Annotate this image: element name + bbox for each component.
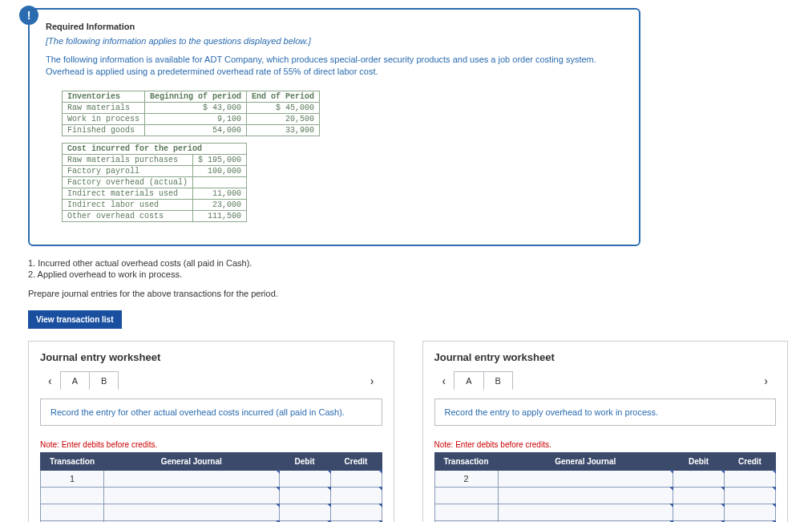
chevron-right-icon[interactable]: › bbox=[756, 371, 776, 390]
journal-grid: Transaction General Journal Debit Credit… bbox=[434, 452, 777, 522]
journal-worksheet-a: Journal entry worksheet ‹ A B › Record t… bbox=[28, 341, 394, 522]
chevron-right-icon[interactable]: › bbox=[362, 371, 382, 390]
inventories-table: Inventories Beginning of period End of P… bbox=[62, 91, 320, 136]
gj-cell[interactable] bbox=[104, 470, 280, 487]
required-subtitle: [The following information applies to th… bbox=[46, 36, 623, 46]
debits-note: Note: Enter debits before credits. bbox=[434, 440, 777, 449]
required-title: Required Information bbox=[46, 22, 623, 31]
info-icon: ! bbox=[19, 6, 38, 25]
debit-cell[interactable] bbox=[279, 470, 330, 487]
transaction-cell[interactable]: 1 bbox=[41, 470, 104, 487]
costs-table: Cost incurred for the period Raw materia… bbox=[62, 143, 247, 222]
required-info-box: ! Required Information [The following in… bbox=[28, 8, 640, 246]
gj-cell[interactable] bbox=[498, 470, 673, 487]
tab-b[interactable]: B bbox=[89, 371, 119, 390]
step-1: 1. Incurred other actual overhead costs … bbox=[28, 258, 605, 268]
journal-grid: Transaction General Journal Debit Credit… bbox=[40, 452, 382, 522]
worksheet-title: Journal entry worksheet bbox=[434, 351, 777, 363]
steps-list: 1. Incurred other actual overhead costs … bbox=[28, 258, 605, 279]
tab-a[interactable]: A bbox=[60, 371, 90, 390]
view-transaction-list-button[interactable]: View transaction list bbox=[28, 310, 122, 329]
transaction-cell[interactable]: 2 bbox=[434, 470, 498, 487]
step-2: 2. Applied overhead to work in process. bbox=[28, 269, 605, 279]
tab-a[interactable]: A bbox=[454, 371, 483, 390]
journal-worksheet-b: Journal entry worksheet ‹ A B › Record t… bbox=[422, 341, 789, 522]
worksheet-title: Journal entry worksheet bbox=[40, 351, 382, 363]
credit-cell[interactable] bbox=[725, 470, 776, 487]
entry-instruction: Record the entry for other actual overhe… bbox=[40, 399, 382, 426]
chevron-left-icon[interactable]: ‹ bbox=[40, 371, 60, 390]
debits-note: Note: Enter debits before credits. bbox=[40, 440, 382, 449]
chevron-left-icon[interactable]: ‹ bbox=[434, 371, 454, 390]
entry-instruction: Record the entry to apply overhead to wo… bbox=[434, 399, 777, 426]
prepare-text: Prepare journal entries for the above tr… bbox=[28, 289, 605, 298]
tab-b[interactable]: B bbox=[483, 371, 513, 390]
debit-cell[interactable] bbox=[673, 470, 725, 487]
required-paragraph: The following information is available f… bbox=[46, 54, 623, 79]
credit-cell[interactable] bbox=[330, 470, 382, 487]
